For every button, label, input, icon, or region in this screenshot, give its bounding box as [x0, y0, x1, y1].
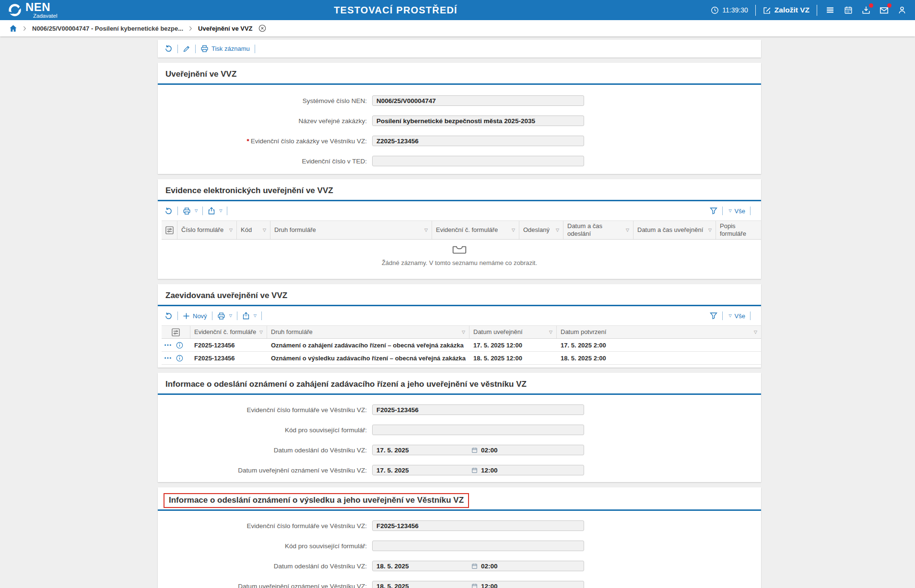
kod-souvisejici-input[interactable]	[372, 425, 584, 435]
table-row[interactable]: F2025-123456 Oznámení o výsledku zadávac…	[162, 352, 761, 365]
col-header-druh-formulare[interactable]: Druh formuláře▽	[267, 326, 469, 338]
menu-button[interactable]	[824, 4, 836, 16]
close-tab-button[interactable]	[258, 24, 266, 32]
environment-title: TESTOVACÍ PROSTŘEDÍ	[0, 5, 791, 16]
toolbar-divider	[202, 207, 203, 215]
field-label: Evidenční číslo v TED:	[158, 158, 372, 165]
downloads-button[interactable]	[861, 5, 871, 15]
field-datum-odeslani: Datum odeslání do Věstníku VZ: 18. 5. 20…	[158, 561, 761, 571]
header-divider	[817, 5, 817, 16]
filter-triangle-icon[interactable]: ▽	[424, 228, 428, 233]
col-header-datum-cas-odeslani[interactable]: Datum a čas odeslání▽	[563, 221, 633, 239]
filter-triangle-icon[interactable]: ▽	[512, 228, 515, 233]
col-header-evidencni-c-formulare[interactable]: Evidenční č. formuláře▽	[432, 221, 519, 239]
calendar-icon[interactable]	[471, 467, 478, 473]
filter-triangle-icon[interactable]: ▽	[259, 330, 263, 335]
field-evidencni-cislo-ted: Evidenční číslo v TED:	[158, 156, 761, 166]
funnel-icon	[710, 312, 717, 320]
cell-datum-uverejneni: 17. 5. 2025 12:00	[469, 342, 557, 349]
messages-button[interactable]	[879, 5, 890, 16]
table-row[interactable]: F2025-123456 Oznámení o zahájení zadávac…	[162, 339, 761, 352]
field-label: Datum odeslání do Věstníku VZ:	[158, 563, 372, 570]
filter-triangle-icon[interactable]: ▽	[462, 330, 465, 335]
home-icon	[9, 24, 17, 33]
edit-button[interactable]	[183, 45, 190, 53]
col-header-evidencni-c-formulare[interactable]: Evidenční č. formuláře▽	[190, 326, 267, 338]
refresh-button[interactable]	[164, 207, 173, 215]
evidencni-cislo-vestnik-input[interactable]: Z2025-123456	[372, 136, 584, 146]
funnel-icon	[710, 207, 717, 215]
column-settings-button[interactable]	[162, 221, 177, 239]
evidencni-cislo-ted-input[interactable]	[372, 156, 584, 166]
create-vz-button[interactable]: Založit VZ	[763, 6, 809, 14]
evidencni-cislo-formulare-input[interactable]: F2025-123456	[372, 520, 584, 531]
print-menu-button[interactable]: ▽	[183, 207, 198, 215]
col-header-druh-formulare[interactable]: Druh formuláře▽	[270, 221, 432, 239]
systemove-cislo-input[interactable]: N006/25/V00004747	[372, 95, 584, 106]
cell-datum-potvrzeni: 18. 5. 2025 2:00	[557, 355, 761, 362]
calendar-icon[interactable]	[471, 447, 478, 453]
calendar-icon	[844, 6, 853, 14]
filter-triangle-icon[interactable]: ▽	[754, 330, 757, 335]
toolbar-divider	[177, 311, 178, 320]
datum-uverejneni-input[interactable]: 17. 5. 2025 12:00	[372, 465, 584, 475]
filter-triangle-icon[interactable]: ▽	[549, 330, 552, 335]
row-detail-button[interactable]	[176, 355, 183, 362]
col-header-popis-formulare[interactable]: Popis formuláře	[716, 221, 761, 239]
evidencni-cislo-formulare-input[interactable]: F2025-123456	[372, 404, 584, 415]
info-icon	[176, 355, 183, 362]
export-menu-button[interactable]: ▽	[242, 312, 257, 320]
calendar-button[interactable]	[843, 5, 854, 15]
col-header-datum-cas-uverejneni[interactable]: Datum a čas uveřejnění▽	[633, 221, 716, 239]
toolbar-divider	[722, 207, 723, 215]
print-record-button[interactable]: Tisk záznamu	[200, 45, 250, 53]
new-record-button[interactable]: Nový	[183, 312, 207, 320]
server-time-value: 11:39:30	[722, 6, 748, 14]
filter-preset-dropdown[interactable]: ▽ Vše	[727, 312, 745, 320]
date-value: 18. 5. 2025	[376, 583, 409, 588]
filter-button[interactable]	[710, 312, 717, 320]
printer-icon	[200, 45, 209, 53]
kod-souvisejici-input[interactable]	[372, 541, 584, 551]
field-nazev-zakazky: Název veřejné zakázky: Posílení kybernet…	[158, 115, 761, 126]
field-systemove-cislo: Systémové číslo NEN: N006/25/V00004747	[158, 95, 761, 106]
print-menu-button[interactable]: ▽	[217, 312, 232, 320]
breadcrumb-item-procurement[interactable]: N006/25/V00004747 - Posílení kybernetick…	[32, 25, 183, 32]
info-icon	[176, 342, 183, 349]
refresh-button[interactable]	[164, 312, 173, 320]
row-detail-button[interactable]	[176, 342, 183, 349]
col-header-datum-uverejneni[interactable]: Datum uveřejnění▽	[469, 326, 557, 338]
filter-triangle-icon[interactable]: ▽	[556, 228, 559, 233]
filter-triangle-icon[interactable]: ▽	[708, 228, 712, 233]
col-header-kod[interactable]: Kód▽	[237, 221, 270, 239]
field-datum-odeslani: Datum odeslání do Věstníku VZ: 17. 5. 20…	[158, 445, 761, 455]
col-header-cislo-formulare[interactable]: Číslo formuláře▽	[177, 221, 237, 239]
profile-button[interactable]	[897, 5, 907, 15]
nen-logo[interactable]: NEN Zadavatel	[8, 1, 58, 19]
col-header-datum-potvrzeni[interactable]: Datum potvrzení▽	[557, 326, 761, 338]
col-header-odeslany[interactable]: Odeslaný▽	[519, 221, 563, 239]
calendar-icon[interactable]	[471, 583, 478, 588]
filter-triangle-icon[interactable]: ▽	[626, 228, 629, 233]
breadcrumb-item-current[interactable]: Uveřejnění ve VVZ	[198, 25, 252, 32]
filter-button[interactable]	[710, 207, 717, 215]
export-menu-button[interactable]: ▽	[208, 207, 222, 215]
filter-preset-dropdown[interactable]: ▽ Vše	[727, 208, 745, 215]
datum-odeslani-input[interactable]: 18. 5. 2025 02:00	[372, 561, 584, 571]
field-evidencni-cislo-vestnik: *Evidenční číslo zakázky ve Věstníku VZ:…	[158, 136, 761, 146]
datum-odeslani-input[interactable]: 17. 5. 2025 02:00	[372, 445, 584, 455]
refresh-button[interactable]	[164, 45, 173, 53]
column-settings-button[interactable]	[162, 326, 190, 338]
messages-notification-dot	[887, 3, 892, 8]
brand-name: NEN	[25, 1, 58, 13]
datum-uverejneni-input[interactable]: 18. 5. 2025 12:00	[372, 581, 584, 588]
calendar-icon[interactable]	[471, 563, 478, 569]
filter-triangle-icon[interactable]: ▽	[229, 228, 233, 233]
row-menu-button[interactable]	[164, 357, 172, 359]
filter-triangle-icon[interactable]: ▽	[263, 228, 266, 233]
home-button[interactable]	[9, 24, 17, 33]
row-menu-button[interactable]	[164, 344, 172, 346]
date-value: 17. 5. 2025	[376, 447, 409, 454]
registered-table-header: Evidenční č. formuláře▽ Druh formuláře▽ …	[162, 325, 761, 339]
nazev-zakazky-input[interactable]: Posílení kybernetické bezpečnosti města …	[372, 115, 584, 126]
